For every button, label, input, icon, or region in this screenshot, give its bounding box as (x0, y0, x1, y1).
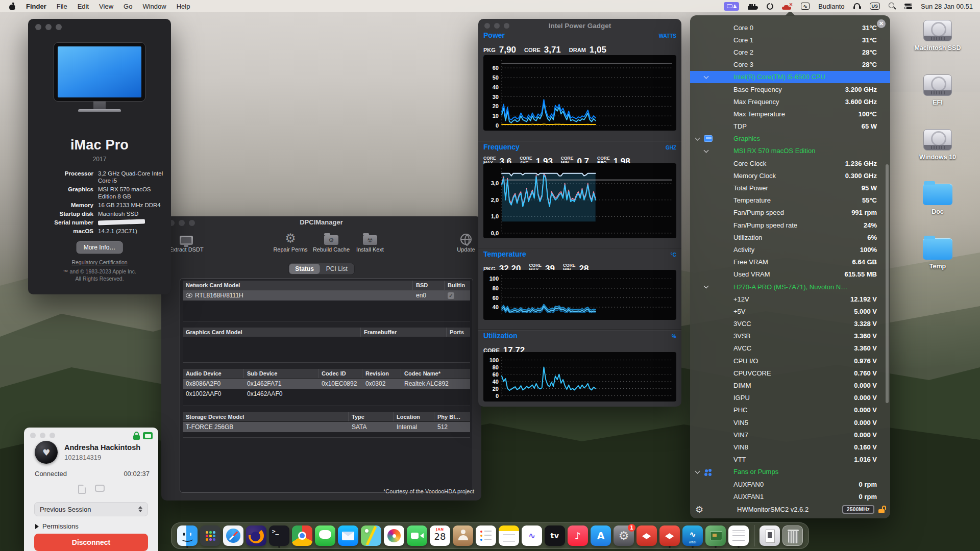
ring-status-icon[interactable] (767, 3, 773, 10)
dock-contacts[interactable] (452, 525, 474, 546)
scrollbar[interactable] (886, 164, 889, 403)
dock-anydesk-session[interactable]: ◆ (659, 525, 680, 546)
dock-tv[interactable]: tv (544, 525, 566, 546)
apple-menu-icon[interactable] (9, 3, 16, 10)
dock-firefox[interactable] (246, 525, 267, 546)
table-row[interactable]: 0x8086A2F00x1462FA710x10EC08920x0302Real… (183, 379, 470, 389)
close-icon[interactable]: ✕ (877, 19, 886, 28)
sensor-row-base-frequency[interactable]: Base Frequency3.200 GHz (690, 83, 890, 95)
dock-music[interactable]: ♪ (567, 525, 589, 546)
menu-item-edit[interactable]: Edit (78, 3, 89, 10)
dock-maps[interactable] (360, 525, 382, 546)
menu-bar-username[interactable]: Budianto (818, 3, 844, 10)
sensor-row-auxfan1[interactable]: AUXFAN10 rpm (690, 490, 890, 503)
sensor-row-dimm[interactable]: DIMM0.000 V (690, 379, 890, 391)
tab-status[interactable]: Status (289, 264, 320, 274)
window-controls[interactable] (30, 433, 55, 438)
menu-item-go[interactable]: Go (124, 3, 132, 10)
menu-item-view[interactable]: View (99, 3, 113, 10)
dock-intel-power-gadget[interactable]: ∿intel (682, 525, 703, 546)
sensor-row-vtt[interactable]: VTT1.016 V (690, 454, 890, 466)
table-row[interactable]: RTL8168H/8111Hen0✓ (183, 290, 470, 300)
sensor-row-vin8[interactable]: VIN80.160 V (690, 441, 890, 453)
more-info-button[interactable]: More Info… (77, 241, 123, 254)
search-icon[interactable] (889, 3, 896, 10)
sensor-row-core-3[interactable]: Core 328°C (690, 59, 890, 71)
chevron-down-icon[interactable] (695, 135, 700, 140)
chevron-down-icon[interactable] (704, 147, 709, 153)
hwmonitor-menu-icon[interactable]: ∿ (801, 3, 810, 10)
screen-sharing-indicator-icon[interactable] (724, 2, 739, 11)
sensor-row-memory-clock[interactable]: Memory Clock0.300 GHz (690, 169, 890, 182)
sensor-row-cpu-i-o[interactable]: CPU I/O0.976 V (690, 355, 890, 367)
permissions-disclosure[interactable]: Permissions (35, 522, 79, 530)
session-dropdown[interactable]: Previous Session (34, 502, 148, 516)
control-center-icon[interactable] (904, 4, 912, 9)
dock-disk-image[interactable] (759, 525, 780, 546)
dock-app-store[interactable]: A (590, 525, 611, 546)
dock-reminders[interactable] (475, 525, 497, 546)
dock-waveform-app[interactable]: ∿ (521, 525, 543, 546)
dock-anydesk[interactable]: ◆ (636, 525, 657, 546)
dock-textedit[interactable] (728, 525, 749, 546)
chevron-down-icon[interactable] (704, 283, 709, 288)
cpu-frequency-badge[interactable]: 2500MHz (842, 505, 874, 514)
toolbar-install-kext[interactable]: ☢Install Kext (342, 230, 398, 253)
disconnect-button[interactable]: Disconnect (34, 534, 148, 551)
dock-finder[interactable] (177, 525, 198, 546)
sensor-row-utilization[interactable]: Utilization6% (690, 231, 890, 243)
sensor-row-core-clock[interactable]: Core Clock1.236 GHz (690, 157, 890, 169)
tab-pci-list[interactable]: PCI List (320, 264, 354, 274)
desktop-icon-temp[interactable]: Temp (906, 227, 969, 281)
headphones-icon[interactable] (853, 3, 861, 9)
sensor-row-avcc[interactable]: AVCC3.360 V (690, 342, 890, 355)
dock-trash[interactable] (782, 525, 803, 546)
sensor-row-fan-pump-speed[interactable]: Fan/Pump speed991 rpm (690, 207, 890, 219)
sensor-row-fan-pump-speed-rate[interactable]: Fan/Pump speed rate24% (690, 219, 890, 231)
dock-terminal[interactable]: >_ (268, 525, 290, 546)
table-row[interactable]: T-FORCE 256GBSATAInternal512 (183, 422, 470, 432)
chevron-down-icon[interactable] (704, 73, 709, 79)
dock-mail[interactable] (337, 525, 359, 546)
dock-photos[interactable] (383, 525, 405, 546)
sensor-row-total-power[interactable]: Total Power95 W (690, 182, 890, 194)
sensor-row-max-temperature[interactable]: Max Temperature100°C (690, 108, 890, 120)
sensor-row-vin5[interactable]: VIN50.000 V (690, 416, 890, 429)
desktop-icon-windows-10[interactable]: Windows 10 (906, 117, 969, 172)
dock-launchpad[interactable] (200, 525, 221, 546)
dock-messages[interactable] (314, 525, 336, 546)
window-controls[interactable] (35, 24, 62, 30)
unlock-icon[interactable] (878, 506, 885, 513)
file-transfer-icon[interactable] (78, 485, 86, 494)
sensor-row-5v[interactable]: +5V5.000 V (690, 305, 890, 317)
sensor-row-cpuvcore[interactable]: CPUVCORE0.760 V (690, 367, 890, 379)
sensor-group-graphics[interactable]: Graphics (690, 133, 890, 145)
sensor-row-core-2[interactable]: Core 228°C (690, 46, 890, 58)
sensor-row-max-frequency[interactable]: Max Frequency3.600 GHz (690, 95, 890, 108)
dock-system-settings[interactable]: ⚙1 (613, 525, 634, 546)
desktop-icon-doc[interactable]: Doc (906, 172, 969, 227)
sensor-row-core-0[interactable]: Core 031°C (690, 21, 890, 34)
input-source-indicator[interactable]: US (870, 3, 880, 10)
sensor-row-vin7[interactable]: VIN70.000 V (690, 429, 890, 441)
sensor-row-igpu[interactable]: IGPU0.000 V (690, 392, 890, 404)
dock-safari[interactable] (223, 525, 244, 546)
sensor-row-used-vram[interactable]: Used VRAM615.55 MB (690, 268, 890, 281)
car-status-icon[interactable]: ✕ (782, 3, 792, 10)
dock-notes[interactable] (498, 525, 520, 546)
menu-item-window[interactable]: Window (142, 3, 166, 10)
table-row[interactable]: 0x1002AAF00x1462AAF0 (183, 389, 470, 399)
sensor-row-tdp[interactable]: TDP65 W (690, 120, 890, 133)
sensor-row-temperature[interactable]: Temperature55°C (690, 194, 890, 207)
sensor-group-intel-r-core-tm-i5-6500-cpu[interactable]: Intel(R) Core(TM) i5-6500 CPU (690, 71, 890, 83)
dock-facetime[interactable] (406, 525, 428, 546)
sensor-row-3vsb[interactable]: 3VSB3.360 V (690, 330, 890, 342)
chat-icon[interactable] (95, 485, 105, 492)
menu-item-help[interactable]: Help (177, 3, 190, 10)
sensor-row-free-vram[interactable]: Free VRAM6.64 GB (690, 256, 890, 268)
sensor-row-core-1[interactable]: Core 131°C (690, 34, 890, 46)
chevron-down-icon[interactable] (695, 468, 700, 473)
menu-item-file[interactable]: File (57, 3, 67, 10)
menu-item-finder[interactable]: Finder (26, 3, 46, 10)
sensor-group-msi-rx-570-macos-edition[interactable]: MSI RX 570 macOS Edition (690, 145, 890, 157)
